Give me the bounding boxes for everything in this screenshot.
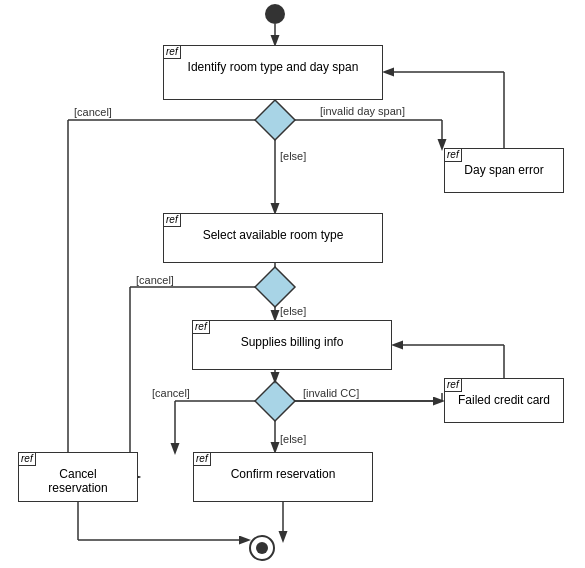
decision-2 — [255, 267, 295, 307]
select-label: Select available room type — [174, 228, 372, 242]
label-invalid-cc: [invalid CC] — [303, 387, 359, 399]
decision-1 — [255, 100, 295, 140]
label-else2: [else] — [280, 305, 306, 317]
final-state-inner — [256, 542, 268, 554]
uml-diagram: [invalid day span] [cancel] [else] [canc… — [0, 0, 585, 568]
select-ref: ref — [164, 214, 181, 227]
initial-state — [265, 4, 285, 24]
label-invalid-day: [invalid day span] — [320, 105, 405, 117]
select-room-box: ref Select available room type — [163, 213, 383, 263]
label-cancel1: [cancel] — [74, 106, 112, 118]
supplies-billing-box: ref Supplies billing info — [192, 320, 392, 370]
failed-label: Failed credit card — [455, 393, 553, 407]
identify-ref: ref — [164, 46, 181, 59]
identify-box: ref Identify room type and day span — [163, 45, 383, 100]
label-else3: [else] — [280, 433, 306, 445]
cancel-reservation-box: ref Cancel reservation — [18, 452, 138, 502]
supplies-ref: ref — [193, 321, 210, 334]
label-cancel3: [cancel] — [152, 387, 190, 399]
cancel-ref: ref — [19, 453, 36, 466]
label-else1: [else] — [280, 150, 306, 162]
confirm-ref: ref — [194, 453, 211, 466]
day-span-error-box: ref Day span error — [444, 148, 564, 193]
supplies-label: Supplies billing info — [203, 335, 381, 349]
identify-label: Identify room type and day span — [174, 60, 372, 74]
cancel-label: Cancel reservation — [29, 467, 127, 495]
decision-3 — [255, 381, 295, 421]
failed-credit-box: ref Failed credit card — [444, 378, 564, 423]
label-cancel2: [cancel] — [136, 274, 174, 286]
day-span-ref: ref — [445, 149, 462, 162]
day-span-label: Day span error — [455, 163, 553, 177]
confirm-label: Confirm reservation — [204, 467, 362, 481]
confirm-reservation-box: ref Confirm reservation — [193, 452, 373, 502]
failed-ref: ref — [445, 379, 462, 392]
